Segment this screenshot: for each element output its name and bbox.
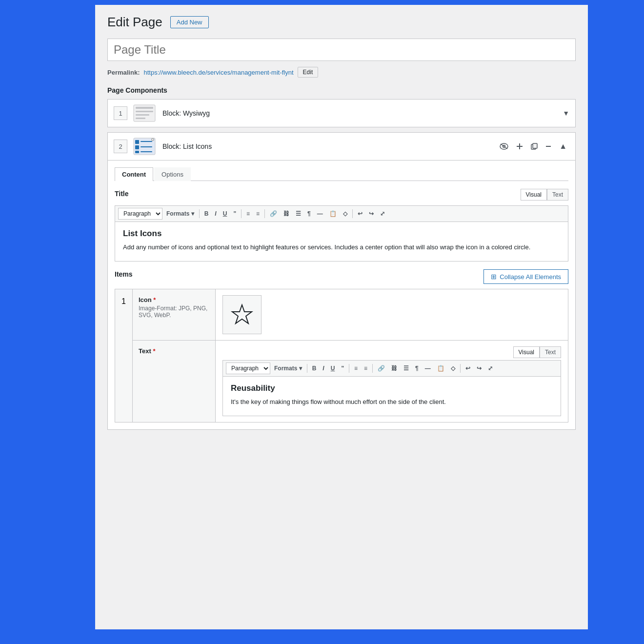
svg-rect-2: [136, 111, 153, 112]
item-1-visual-button[interactable]: Visual: [513, 346, 540, 358]
item-1-underline-button[interactable]: U: [328, 364, 338, 373]
toolbar-sep-2: [241, 209, 242, 218]
item-1-undo-button[interactable]: ↩: [463, 364, 473, 373]
item-1-bold-button[interactable]: B: [310, 364, 319, 373]
block-wysiwyg-label: Block: Wysiwyg: [162, 109, 563, 117]
item-1-paragraph-select[interactable]: Paragraph: [226, 362, 270, 374]
block-duplicate-icon[interactable]: [528, 142, 540, 151]
item-1-blockquote-button[interactable]: ": [339, 364, 346, 373]
align-button[interactable]: ☰: [293, 209, 303, 218]
item-1-icon-preview[interactable]: [222, 295, 262, 334]
item-1-number: 1: [115, 289, 133, 422]
tab-content[interactable]: Content: [115, 167, 153, 181]
underline-button[interactable]: U: [221, 209, 230, 218]
paragraph-select[interactable]: Paragraph: [118, 208, 162, 220]
clear-button[interactable]: ◇: [341, 209, 350, 218]
block-wysiwyg-icon: [132, 103, 157, 123]
fullscreen-button[interactable]: ⤢: [378, 209, 387, 218]
items-label: Items: [115, 270, 133, 278]
items-header: Items ⊞ Collapse All Elements: [115, 269, 568, 284]
item-1-clear-button[interactable]: ◇: [448, 364, 458, 373]
link-button[interactable]: 🔗: [267, 209, 280, 218]
toolbar-sep-3: [264, 209, 265, 218]
hr-button[interactable]: —: [315, 209, 325, 218]
title-editor: Paragraph Formats ▾ B I U " ≡ ≡ 🔗 ⛓: [115, 205, 568, 262]
permalink-edit-button[interactable]: Edit: [298, 67, 319, 78]
item-1-icon-label: Icon *: [139, 296, 209, 303]
item-1-ul-button[interactable]: ≡: [352, 364, 360, 373]
title-editor-body[interactable]: List Icons Add any number of icons and o…: [115, 222, 568, 261]
editor-body-text: Add any number of icons and optional tex…: [123, 242, 560, 253]
item-1-formats-button[interactable]: Formats ▾: [272, 364, 304, 373]
item-1-hr-button[interactable]: —: [423, 364, 433, 373]
unlink-button[interactable]: ⛓: [281, 209, 292, 218]
item-1-text-editor-body[interactable]: Reusability It's the key of making thing…: [223, 377, 561, 416]
bold-button[interactable]: B: [202, 209, 211, 218]
blockquote-button[interactable]: ": [231, 209, 239, 218]
star-icon: [230, 303, 254, 326]
item-1-paste-button[interactable]: 📋: [435, 364, 447, 373]
item-1-paragraph-btn[interactable]: ¶: [413, 364, 421, 373]
block-list-icons-actions: ▲: [497, 141, 569, 152]
block-list-icons-content: Content Options Title Visual Text Paragr: [108, 160, 575, 429]
item-1-visual-text-row: Visual Text: [222, 346, 561, 358]
formats-button[interactable]: Formats ▾: [164, 209, 197, 218]
svg-rect-9: [141, 146, 152, 147]
collapse-icon: ⊞: [491, 273, 497, 281]
item-1-text-tab-button[interactable]: Text: [540, 346, 561, 358]
editor-heading: List Icons: [123, 229, 560, 239]
tab-options[interactable]: Options: [154, 167, 191, 181]
item-1-align-button[interactable]: ☰: [401, 364, 411, 373]
block-1-number: 1: [114, 106, 127, 120]
item-1-icon-label-col: Icon * Image-Format: JPG, PNG, SVG, WebP…: [133, 289, 216, 340]
block-wysiwyg-chevron-icon[interactable]: ▼: [563, 109, 569, 117]
toolbar-sep-4: [352, 209, 353, 218]
collapse-label: Collapse All Elements: [500, 273, 561, 281]
block-add-icon[interactable]: [514, 142, 525, 151]
add-new-button[interactable]: Add New: [170, 16, 209, 28]
main-panel: Edit Page Add New Permalink: https://www…: [95, 5, 588, 629]
item-1-card: 1 Icon * Image-Format: JPG, PNG, SVG, We…: [115, 289, 568, 423]
icon-required: *: [152, 296, 156, 303]
block-list-icons-icon: [132, 137, 157, 156]
svg-rect-8: [135, 145, 139, 149]
item-1-editor-toolbar: Paragraph Formats ▾ B I U ": [223, 361, 561, 377]
permalink-bar: Permalink: https://www.bleech.de/service…: [107, 67, 576, 78]
block-remove-icon[interactable]: [543, 142, 554, 150]
item-1-icon-sublabel: Image-Format: JPG, PNG, SVG, WebP.: [139, 305, 209, 319]
svg-rect-3: [136, 114, 149, 116]
redo-button[interactable]: ↪: [366, 209, 376, 218]
permalink-label: Permalink:: [107, 69, 140, 76]
italic-button[interactable]: I: [212, 209, 219, 218]
title-visual-text-switcher: Visual Text: [521, 189, 568, 201]
page-title: Edit Page: [107, 15, 162, 30]
item-1-text-row: Text * Visual Text: [133, 341, 568, 422]
collapse-all-button[interactable]: ⊞ Collapse All Elements: [483, 269, 568, 284]
block-move-up-icon[interactable]: ▲: [557, 141, 569, 152]
page-title-input[interactable]: [107, 39, 576, 61]
ul-button[interactable]: ≡: [244, 209, 252, 218]
item-1-sep-1: [307, 364, 307, 373]
item-1-sep-2: [349, 364, 349, 373]
item-1-unlink-button[interactable]: ⛓: [389, 364, 400, 373]
undo-button[interactable]: ↩: [355, 209, 365, 218]
svg-rect-10: [135, 151, 139, 153]
item-1-editor-heading: Reusability: [231, 383, 553, 393]
item-1-fullscreen-button[interactable]: ⤢: [485, 364, 495, 373]
ol-button[interactable]: ≡: [254, 209, 262, 218]
item-1-redo-button[interactable]: ↪: [474, 364, 484, 373]
block-list-icons-label: Block: List Icons: [162, 142, 497, 150]
block-list-icons-header: 2 Block:: [108, 133, 575, 160]
paragraph-btn[interactable]: ¶: [305, 209, 313, 218]
paste-button[interactable]: 📋: [327, 209, 339, 218]
item-1-italic-button[interactable]: I: [320, 364, 326, 373]
title-visual-button[interactable]: Visual: [521, 189, 547, 201]
permalink-url[interactable]: https://www.bleech.de/services/managemen…: [143, 69, 293, 76]
item-1-link-button[interactable]: 🔗: [375, 364, 387, 373]
item-1-ol-button[interactable]: ≡: [362, 364, 370, 373]
svg-rect-20: [533, 143, 537, 148]
title-editor-toolbar: Paragraph Formats ▾ B I U " ≡ ≡ 🔗 ⛓: [115, 206, 568, 222]
block-visibility-icon[interactable]: [497, 142, 511, 151]
title-text-button[interactable]: Text: [547, 189, 568, 201]
block-list-icons-row: 2 Block:: [107, 132, 576, 430]
